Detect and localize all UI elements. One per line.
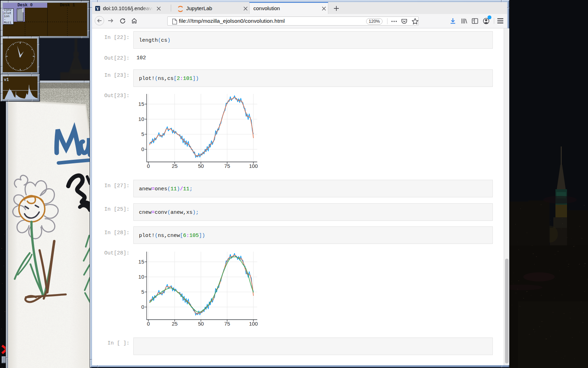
svg-text:10: 10 [138,116,144,122]
svg-text:75: 75 [224,321,230,327]
svg-text:100: 100 [249,163,258,169]
svg-text:100: 100 [249,321,258,327]
svg-text:0: 0 [141,146,144,152]
svg-text:50: 50 [198,163,204,169]
svg-text:0: 0 [147,321,150,327]
svg-text:5: 5 [141,131,144,137]
svg-text:15: 15 [138,259,144,265]
svg-text:5: 5 [141,289,144,295]
svg-text:0: 0 [147,163,150,169]
svg-text:10: 10 [138,274,144,280]
svg-text:15: 15 [138,101,144,107]
svg-text:25: 25 [172,321,178,327]
svg-text:75: 75 [224,163,230,169]
svg-text:25: 25 [172,163,178,169]
svg-text:0: 0 [141,304,144,310]
svg-text:50: 50 [198,321,204,327]
